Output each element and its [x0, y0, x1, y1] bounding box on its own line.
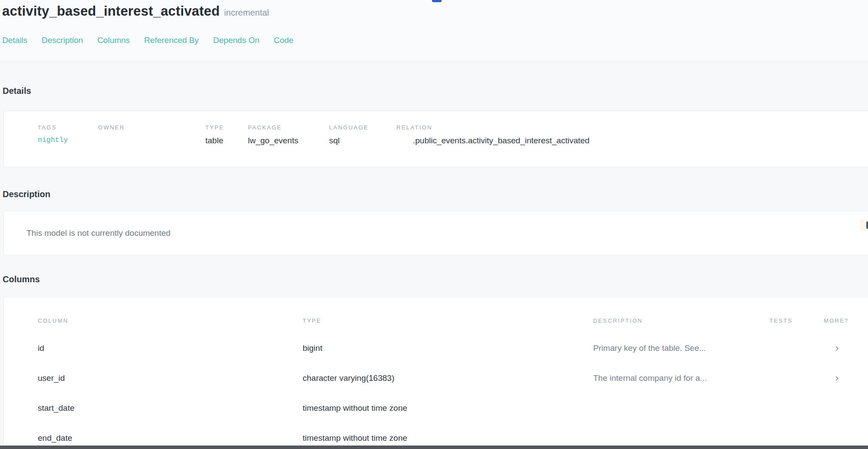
column-name-cell: user_id: [38, 373, 303, 383]
column-more-cell: ›: [824, 373, 867, 383]
field-language: LANGUAGE sql: [329, 124, 396, 145]
column-name-cell: end_date: [38, 433, 303, 443]
column-name-cell: id: [38, 343, 303, 353]
materialization-badge: incremental: [224, 8, 269, 18]
owner-label: OWNER: [98, 124, 205, 131]
column-type-cell: timestamp without time zone: [303, 433, 593, 443]
field-package: PACKAGE lw_go_events: [248, 124, 329, 145]
details-section-heading: Details: [3, 62, 868, 96]
columns-table-body: id bigint Primary key of the table. See.…: [38, 333, 868, 449]
relation-label: RELATION: [396, 124, 868, 131]
tab-columns[interactable]: Columns: [97, 36, 130, 45]
column-more-cell: ›: [824, 343, 867, 353]
tab-referenced-by[interactable]: Referenced By: [144, 36, 199, 45]
tag-nightly-link[interactable]: nightly: [38, 136, 98, 144]
details-card: TAGS nightly OWNER TYPE table PACKAGE lw…: [3, 111, 868, 167]
header-more: MORE?: [824, 317, 867, 324]
column-description-cell: Primary key of the table. See...: [593, 343, 769, 353]
table-row[interactable]: user_id character varying(16383) The int…: [38, 363, 868, 393]
header-description: DESCRIPTION: [593, 317, 769, 324]
language-value: sql: [329, 136, 396, 145]
package-label: PACKAGE: [248, 124, 329, 131]
tab-depends-on[interactable]: Depends On: [213, 36, 260, 45]
header-type: TYPE: [303, 317, 593, 324]
table-row[interactable]: start_date timestamp without time zone: [38, 393, 868, 423]
clipped-link-fragment: [432, 0, 442, 2]
tab-details[interactable]: Details: [2, 36, 27, 45]
type-label: TYPE: [205, 124, 248, 131]
column-type-cell: character varying(16383): [303, 373, 593, 383]
details-fields-row: TAGS nightly OWNER TYPE table PACKAGE lw…: [38, 124, 868, 145]
package-value: lw_go_events: [248, 136, 329, 145]
language-label: LANGUAGE: [329, 124, 396, 131]
description-text: This model is not currently documented: [26, 228, 171, 238]
title-row: activity_based_interest_activated increm…: [2, 3, 868, 19]
main-content: Details TAGS nightly OWNER TYPE table PA…: [0, 62, 868, 449]
type-value: table: [205, 136, 248, 145]
column-type-cell: timestamp without time zone: [303, 403, 593, 413]
field-type: TYPE table: [205, 124, 248, 145]
expand-row-chevron-icon[interactable]: ›: [835, 372, 839, 384]
field-tags: TAGS nightly: [38, 124, 98, 145]
clipped-floating-button-edge: [866, 221, 868, 229]
description-section-heading: Description: [3, 167, 868, 199]
columns-table-header: COLUMN TYPE DESCRIPTION TESTS MORE?: [38, 313, 868, 328]
table-row[interactable]: end_date timestamp without time zone: [38, 423, 868, 449]
section-nav: Details Description Columns Referenced B…: [2, 36, 868, 45]
description-card: This model is not currently documented: [3, 211, 868, 255]
field-relation: RELATION .public_events.activity_based_i…: [396, 124, 868, 145]
field-owner: OWNER: [98, 124, 205, 145]
page-title: activity_based_interest_activated: [2, 3, 220, 19]
column-name-cell: start_date: [38, 403, 303, 413]
columns-card: COLUMN TYPE DESCRIPTION TESTS MORE? id b…: [3, 297, 868, 449]
window-bottom-edge: [0, 446, 868, 449]
column-type-cell: bigint: [303, 343, 593, 353]
header-column: COLUMN: [38, 317, 303, 324]
tab-description[interactable]: Description: [42, 36, 83, 45]
tab-code[interactable]: Code: [274, 36, 293, 45]
column-description-cell: The internal company id for a...: [593, 373, 769, 383]
tags-label: TAGS: [38, 124, 98, 131]
page-header: activity_based_interest_activated increm…: [0, 0, 868, 62]
columns-section-heading: Columns: [3, 255, 868, 284]
expand-row-chevron-icon[interactable]: ›: [835, 342, 839, 354]
relation-value: .public_events.activity_based_interest_a…: [396, 136, 868, 145]
table-row[interactable]: id bigint Primary key of the table. See.…: [38, 333, 868, 363]
header-tests: TESTS: [769, 317, 824, 324]
